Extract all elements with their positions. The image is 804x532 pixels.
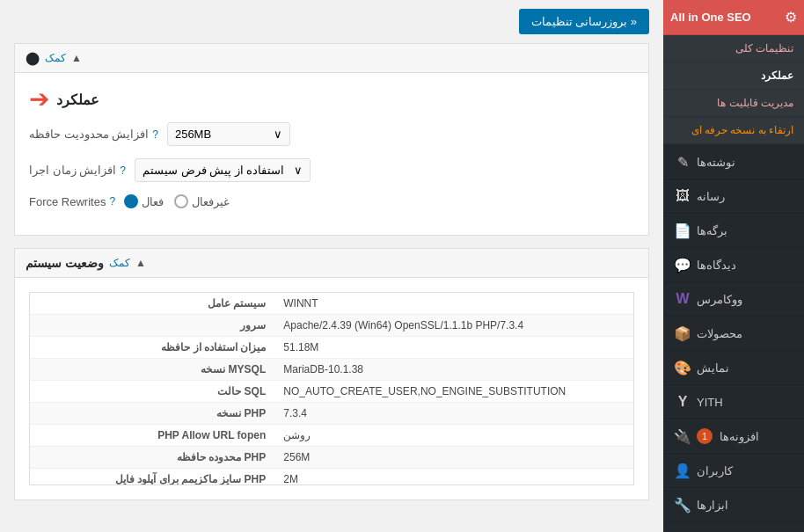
products-icon: 📦 (674, 324, 691, 342)
sidebar-item-settings[interactable]: تنظیمات ⚙ (663, 522, 804, 532)
execution-help-icon[interactable]: ? (120, 164, 126, 177)
sidebar-item-products[interactable]: محصولات 📦 (663, 317, 804, 351)
sidebar-item-posts[interactable]: نوشته‌ها ✎ (663, 145, 804, 179)
main-content: « بروزرسانی تنظیمات ▲ کمک ⬤ عملکرد ➔ ∨ 2… (0, 0, 663, 532)
execution-time-select[interactable]: ∨ استفاده از پیش فرض سیستم (135, 158, 311, 182)
collapse-arrow[interactable]: ▲ (71, 52, 82, 64)
table-cell-key: سیستم عامل (30, 293, 274, 315)
table-row: 7.3.4PHP نسخه (30, 403, 633, 425)
gear-icon: ⚙ (785, 9, 797, 26)
users-icon: 👤 (674, 462, 691, 479)
sidebar: ⚙ All in One SEO تنظیمات کلی عملکرد مدیر… (663, 0, 804, 532)
system-collapse-arrow[interactable]: ▲ (135, 257, 146, 269)
table-row: MariaDB-10.1.38MYSQL نسخه (30, 359, 633, 381)
system-table-wrap[interactable]: WINNTسیستم عاملApache/2.4.39 (Win64) Ope… (29, 292, 634, 485)
table-row: NO_AUTO_CREATE_USER,NO_ENGINE_SUBSTITUTI… (30, 381, 633, 403)
table-cell-key: سرور (30, 315, 274, 337)
toggle-inactive: غیرفعال (174, 194, 230, 208)
update-settings-button[interactable]: « بروزرسانی تنظیمات (519, 9, 649, 34)
sidebar-submenu-general[interactable]: تنظیمات کلی (663, 35, 804, 62)
memory-help-icon[interactable]: ? (152, 128, 158, 141)
sidebar-submenu-upgrade[interactable]: ارتقاء به نسخه حرفه ای (663, 117, 804, 144)
sidebar-item-tools-label: ابزارها (697, 499, 728, 512)
table-cell-value: 2M (274, 469, 633, 486)
performance-panel: ▲ کمک ⬤ عملکرد ➔ ∨ 256MB ? افزایش محدودی… (14, 43, 649, 236)
table-row: روشنPHP Allow URL fopen (30, 425, 633, 447)
woo-icon: W (674, 290, 691, 308)
force-rewrites-row: غیرفعال فعال ? Force Rewrites (29, 194, 634, 208)
sidebar-item-yith-label: YITH (697, 396, 723, 409)
execution-time-label: ? افزایش زمان اجرا (29, 164, 126, 177)
section-title: عملکرد (56, 91, 99, 108)
performance-title: ⬤ (26, 51, 40, 65)
toggle-active: فعال (124, 194, 164, 208)
sidebar-item-plugins-label: افزونه‌ها (720, 430, 759, 443)
arrow-red-icon: ➔ (29, 87, 49, 112)
table-cell-key: میزان استفاده از حافظه (30, 337, 274, 359)
rewrites-help-icon[interactable]: ? (109, 195, 115, 208)
posts-icon: ✎ (674, 153, 691, 171)
performance-panel-content: عملکرد ➔ ∨ 256MB ? افزایش محدودیت حافظه … (15, 73, 648, 235)
sidebar-submenu-compatibility[interactable]: مدیریت قابلیت ها (663, 90, 804, 117)
table-row: 51.18Mمیزان استفاده از حافظه (30, 337, 633, 359)
memory-limit-label: ? افزایش محدودیت حافظه (29, 128, 158, 141)
sidebar-submenu: تنظیمات کلی عملکرد مدیریت قابلیت ها ارتق… (663, 35, 804, 145)
sidebar-item-plugins[interactable]: افزونه‌ها 1 🔌 (663, 419, 804, 454)
sidebar-item-media-label: رسانه (697, 190, 725, 203)
table-cell-value: MariaDB-10.1.38 (274, 359, 633, 381)
sidebar-item-yith[interactable]: YITH Y (663, 385, 804, 419)
table-row: Apache/2.4.39 (Win64) OpenSSL/1.1.1b PHP… (30, 315, 633, 337)
force-rewrites-label: ? Force Rewrites (29, 195, 115, 208)
sidebar-item-woocommerce[interactable]: ووکامرس W (663, 282, 804, 317)
table-cell-value: 51.18M (274, 337, 633, 359)
force-rewrites-toggle: غیرفعال فعال (124, 194, 230, 208)
radio-inactive[interactable] (174, 194, 188, 208)
system-help-link[interactable]: کمک (109, 257, 130, 269)
table-row: 2MPHP سایز ماکزیمم برای آپلود فایل (30, 469, 633, 486)
sidebar-submenu-performance[interactable]: عملکرد (663, 62, 804, 90)
execution-time-row: ∨ استفاده از پیش فرض سیستم ? افزایش زمان… (29, 158, 634, 182)
sidebar-item-pages[interactable]: برگه‌ها 📄 (663, 214, 804, 248)
radio-active[interactable] (124, 194, 138, 208)
pages-icon: 📄 (674, 222, 691, 239)
tools-icon: 🔧 (674, 496, 691, 514)
execution-time-chevron: ∨ (294, 164, 303, 177)
sidebar-item-products-label: محصولات (697, 327, 742, 340)
sidebar-item-woocommerce-label: ووکامرس (697, 293, 742, 306)
system-table: WINNTسیستم عاملApache/2.4.39 (Win64) Ope… (30, 293, 633, 485)
section-title-row: عملکرد ➔ (29, 87, 634, 112)
memory-limit-chevron: ∨ (274, 128, 282, 141)
table-cell-key: PHP محدوده حافظه (30, 447, 274, 469)
help-link[interactable]: کمک (45, 52, 66, 64)
sidebar-item-users[interactable]: کاربران 👤 (663, 454, 804, 488)
media-icon: 🖼 (674, 187, 691, 205)
table-cell-value: WINNT (274, 293, 633, 315)
system-title: وضعیت سیستم (26, 256, 104, 270)
sidebar-item-media[interactable]: رسانه 🖼 (663, 179, 804, 214)
table-cell-key: PHP سایز ماکزیمم برای آپلود فایل (30, 469, 274, 486)
system-status-panel: ▲ کمک وضعیت سیستم WINNTسیستم عاملApache/… (14, 248, 649, 500)
sidebar-item-appearance[interactable]: نمایش 🎨 (663, 351, 804, 385)
table-cell-key: MYSQL نسخه (30, 359, 274, 381)
table-cell-key: PHP نسخه (30, 403, 274, 425)
sidebar-item-pages-label: برگه‌ها (697, 224, 727, 237)
system-panel-content: WINNTسیستم عاملApache/2.4.39 (Win64) Ope… (15, 278, 648, 499)
sidebar-item-users-label: کاربران (697, 464, 733, 477)
memory-limit-value: 256MB (175, 128, 211, 141)
table-cell-value: Apache/2.4.39 (Win64) OpenSSL/1.1.1b PHP… (274, 315, 633, 337)
sidebar-aio-header[interactable]: ⚙ All in One SEO (663, 0, 804, 35)
appearance-icon: 🎨 (674, 359, 691, 376)
table-cell-value: روشن (274, 425, 633, 447)
plugins-badge: 1 (697, 428, 713, 444)
memory-limit-row: ∨ 256MB ? افزایش محدودیت حافظه (29, 122, 634, 146)
sidebar-item-views[interactable]: دیدگاه‌ها 💬 (663, 248, 804, 282)
system-panel-header: ▲ کمک وضعیت سیستم (15, 249, 648, 278)
sidebar-item-tools[interactable]: ابزارها 🔧 (663, 488, 804, 522)
yith-icon: Y (674, 393, 691, 411)
execution-time-value: استفاده از پیش فرض سیستم (143, 164, 284, 177)
sidebar-item-appearance-label: نمایش (697, 361, 729, 375)
memory-limit-select[interactable]: ∨ 256MB (167, 122, 290, 146)
sidebar-item-views-label: دیدگاه‌ها (697, 259, 736, 272)
views-icon: 💬 (674, 256, 691, 273)
table-cell-value: 256M (274, 447, 633, 469)
